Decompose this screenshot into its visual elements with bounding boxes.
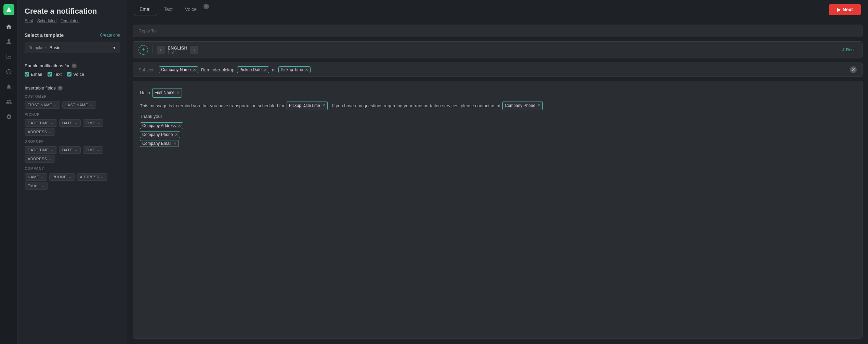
tab-bar: Email Text Voice ?: [134, 4, 209, 15]
body-message-line: This message is to remind you that you h…: [140, 101, 855, 111]
arrow-icon: →: [97, 121, 101, 125]
nav-person[interactable]: [3, 36, 15, 48]
field-chips-dropoff-addr: ADDRESS →: [25, 155, 120, 163]
field-chips-customer: FIRST NAME → LAST NAME →: [25, 101, 120, 109]
nav-chart[interactable]: [3, 51, 15, 63]
field-chip-dropoff-date[interactable]: DATE →: [59, 146, 81, 154]
field-chip-company-address[interactable]: ADDRESS →: [77, 173, 107, 181]
tab-email[interactable]: Email: [134, 4, 157, 15]
nav-clock[interactable]: [3, 66, 15, 78]
field-chip-pickup-datetime[interactable]: DATE TIME →: [25, 119, 57, 127]
body-text-after: . If you have any questions regarding yo…: [330, 102, 500, 110]
body-company-phone-tag2[interactable]: Company Phone ✕: [140, 131, 180, 138]
nav-people[interactable]: [3, 96, 15, 108]
arrow-icon: →: [49, 157, 52, 161]
body-company-address-tag[interactable]: Company Address ✕: [140, 122, 183, 129]
reset-button[interactable]: ↺ Reset: [841, 47, 857, 52]
fields-title: Insertable fields ?: [25, 85, 120, 91]
remove-pickup-time-tag[interactable]: ✕: [305, 68, 308, 72]
field-chips-pickup-addr: ADDRESS →: [25, 128, 120, 136]
email-checkbox[interactable]: [25, 72, 29, 77]
editor-area: Reply To: + ‹ ENGLISH 1 of 1 › ↺ Reset S…: [127, 19, 868, 344]
field-chip-company-email[interactable]: EMAIL →: [25, 182, 48, 190]
field-chip-dropoff-time[interactable]: TIME →: [83, 146, 104, 154]
arrow-icon: →: [49, 130, 52, 134]
text-checkbox[interactable]: [48, 72, 52, 77]
add-language-button[interactable]: +: [139, 45, 148, 55]
remove-company-phone-inline-tag[interactable]: ✕: [537, 102, 540, 109]
field-group-customer-label: CUSTOMER: [25, 95, 120, 98]
nav-home[interactable]: [3, 20, 15, 33]
remove-company-phone-tag[interactable]: ✕: [175, 133, 178, 137]
field-group-pickup-label: PICKUP: [25, 113, 120, 116]
clear-subject-button[interactable]: ✕: [850, 66, 857, 73]
arrow-icon: →: [97, 148, 101, 152]
field-chip-pickup-date[interactable]: DATE →: [59, 119, 81, 127]
field-chip-dropoff-datetime[interactable]: DATE TIME →: [25, 146, 57, 154]
page-title: Create a notification: [25, 7, 120, 16]
enable-info-icon[interactable]: ?: [72, 64, 77, 68]
arrow-icon: →: [74, 121, 78, 125]
nav-sent[interactable]: Sent: [25, 18, 33, 23]
template-label: Template: [29, 45, 46, 50]
body-company-email-tag[interactable]: Company Email ✕: [140, 140, 179, 147]
remove-company-name-tag[interactable]: ✕: [193, 68, 196, 72]
enable-title: Enable notifications for ?: [25, 63, 120, 68]
enable-section: Enable notifications for ? Email Text Vo…: [18, 59, 127, 81]
field-group-dropoff-label: DROPOFF: [25, 140, 120, 143]
fields-info-icon[interactable]: ?: [58, 86, 63, 91]
template-value: Basic: [50, 45, 61, 50]
remove-first-name-tag[interactable]: ✕: [176, 90, 180, 96]
nav-settings[interactable]: [3, 111, 15, 123]
field-chip-pickup-address[interactable]: ADDRESS →: [25, 128, 55, 136]
arrow-icon: →: [41, 175, 44, 179]
voice-label: Voice: [73, 72, 84, 77]
remove-company-email-tag[interactable]: ✕: [173, 141, 176, 146]
subject-tag-pickup-time[interactable]: Pickup Time ✕: [278, 66, 311, 73]
email-body: Hello First Name ✕ This message is to re…: [133, 81, 863, 339]
text-label: Text: [54, 72, 62, 77]
checkbox-text[interactable]: Text: [48, 72, 62, 77]
nav-scheduled[interactable]: Scheduled: [37, 18, 57, 23]
subject-tag-pickup-date[interactable]: Pickup Date ✕: [237, 66, 269, 73]
tabs-info-icon[interactable]: ?: [203, 4, 209, 9]
chevron-down-icon: ▾: [113, 45, 116, 50]
app-logo[interactable]: [3, 4, 14, 15]
subject-bar: Subject: Company Name ✕ Reminder pickup …: [133, 63, 863, 77]
reply-to-bar[interactable]: Reply To:: [133, 25, 863, 37]
remove-company-address-tag[interactable]: ✕: [178, 124, 181, 128]
voice-checkbox[interactable]: [67, 72, 71, 77]
remove-pickup-datetime-tag[interactable]: ✕: [322, 102, 325, 109]
create-template-link[interactable]: Create one: [100, 33, 120, 38]
nav-templates[interactable]: Templates: [61, 18, 79, 23]
checkbox-voice[interactable]: Voice: [67, 72, 84, 77]
field-chip-company-phone[interactable]: PHONE →: [49, 173, 75, 181]
next-button[interactable]: ▶ Next: [829, 4, 861, 15]
arrow-icon: →: [90, 103, 93, 107]
field-group-company-label: COMPANY: [25, 167, 120, 170]
arrow-icon: →: [41, 184, 45, 188]
field-chip-company-name[interactable]: NAME →: [25, 173, 47, 181]
tab-voice[interactable]: Voice: [180, 4, 202, 15]
body-hello-line: Hello First Name ✕: [140, 88, 855, 98]
template-dropdown[interactable]: Template Basic ▾: [25, 42, 120, 53]
lang-next-button[interactable]: ›: [190, 46, 198, 54]
checkbox-row: Email Text Voice: [25, 72, 120, 77]
arrow-icon: →: [53, 103, 57, 107]
lang-prev-button[interactable]: ‹: [157, 46, 165, 54]
field-chip-first-name[interactable]: FIRST NAME →: [25, 101, 60, 109]
field-chip-last-name[interactable]: LAST NAME →: [62, 101, 96, 109]
body-pickup-datetime-tag[interactable]: Pickup DateTime ✕: [287, 101, 328, 111]
checkbox-email[interactable]: Email: [25, 72, 42, 77]
subject-tag-company-name[interactable]: Company Name ✕: [159, 66, 198, 73]
nav-bell[interactable]: [3, 81, 15, 93]
field-chip-pickup-time[interactable]: TIME →: [83, 119, 104, 127]
subject-label: Subject:: [139, 67, 155, 72]
arrow-icon: →: [50, 121, 54, 125]
remove-pickup-date-tag[interactable]: ✕: [264, 68, 267, 72]
tab-text[interactable]: Text: [158, 4, 178, 15]
field-chip-dropoff-address[interactable]: ADDRESS →: [25, 155, 55, 163]
body-company-phone-tag[interactable]: Company Phone ✕: [502, 101, 543, 111]
svg-marker-0: [6, 7, 12, 12]
body-first-name-tag[interactable]: First Name ✕: [152, 88, 182, 98]
